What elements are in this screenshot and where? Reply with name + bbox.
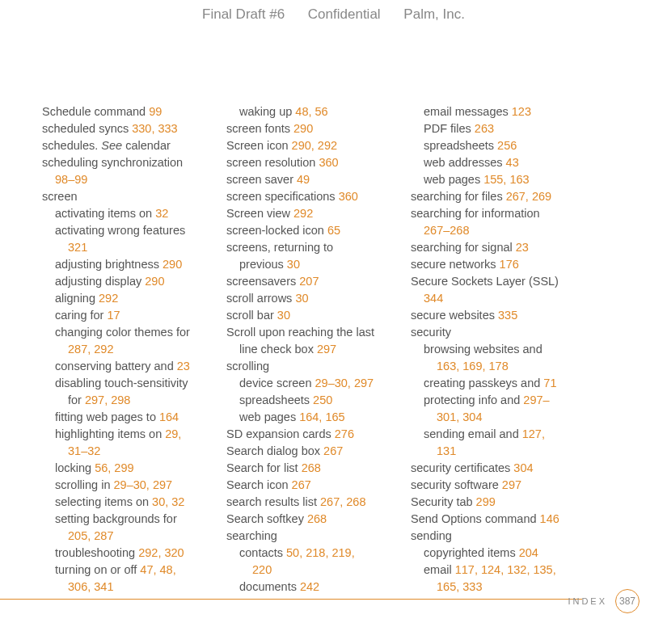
index-term: scroll arrows xyxy=(226,292,295,305)
index-entry: 321 xyxy=(42,239,226,256)
index-entry: scrolling in 29–30, 297 xyxy=(42,477,226,494)
index-entry: device screen 29–30, 297 xyxy=(226,375,411,392)
index-entry: searching for files 267, 269 xyxy=(411,188,595,205)
index-term: PDF files xyxy=(424,122,475,135)
index-term: security software xyxy=(411,478,502,491)
header-company: Palm, Inc. xyxy=(403,6,465,22)
index-term: Secure Sockets Layer (SSL) xyxy=(411,275,559,288)
index-term: SD expansion cards xyxy=(226,427,335,440)
index-term: screen-locked icon xyxy=(226,224,327,237)
index-entry: web addresses 43 xyxy=(411,154,595,171)
index-term: screensavers xyxy=(226,275,299,288)
index-entry: screen resolution 360 xyxy=(226,154,411,171)
footer-rule xyxy=(0,599,582,600)
page-number: 387 xyxy=(615,589,640,613)
page-reference: 98–99 xyxy=(55,173,87,186)
index-term: fitting web pages to xyxy=(55,410,159,423)
index-term: calendar xyxy=(125,139,171,152)
index-term: locking xyxy=(55,461,95,474)
page-reference: 360 xyxy=(339,190,358,203)
index-term: aligning xyxy=(55,292,99,305)
index-entry: 163, 169, 178 xyxy=(411,358,595,375)
page-reference: 256 xyxy=(497,139,517,152)
index-entry: activating items on 32 xyxy=(42,205,226,222)
page-reference: 146 xyxy=(540,512,559,525)
index-term: screen fonts xyxy=(226,122,293,135)
index-entry: screen xyxy=(42,188,226,205)
index-entry: SD expansion cards 276 xyxy=(226,426,411,443)
page-reference: 250 xyxy=(313,394,332,406)
page-reference: 276 xyxy=(335,427,354,440)
index-entry: web pages 164, 165 xyxy=(226,409,411,426)
index-term: scrolling in xyxy=(55,478,114,491)
index-term: scroll bar xyxy=(226,309,277,322)
index-entry: secure networks 176 xyxy=(411,256,595,273)
index-term: web pages xyxy=(239,410,299,423)
page-reference: 117, 124, 132, 135, xyxy=(455,563,556,576)
index-term: browsing websites and xyxy=(424,343,542,356)
page-reference: 287, 292 xyxy=(68,343,113,356)
page-reference: 360 xyxy=(319,156,338,169)
index-entry: screen specifications 360 xyxy=(226,188,411,205)
page-reference: 71 xyxy=(543,377,556,389)
index-entry: 131 xyxy=(411,443,595,460)
index-entry: for 297, 298 xyxy=(42,392,226,409)
index-term: security certificates xyxy=(411,461,513,474)
index-term: Search icon xyxy=(226,478,292,491)
index-term: highlighting items on xyxy=(55,427,165,440)
index-term: caring for xyxy=(55,309,107,322)
page-reference: 292 xyxy=(293,207,313,220)
index-entry: screen-locked icon 65 xyxy=(226,222,411,239)
index-entry: changing color themes for xyxy=(42,324,226,341)
index-term: screen specifications xyxy=(226,190,339,203)
index-entry: adjusting display 290 xyxy=(42,273,226,290)
page-reference: 123 xyxy=(512,105,531,118)
page-reference: 297 xyxy=(317,343,336,356)
page-reference: 29, xyxy=(165,427,181,440)
index-term: secure networks xyxy=(411,258,500,271)
page-reference: 47, 48, xyxy=(140,563,175,576)
page-reference: 297 xyxy=(502,478,521,491)
index-entry: 301, 304 xyxy=(411,409,595,426)
page-reference: 301, 304 xyxy=(437,410,482,423)
page-reference: 321 xyxy=(68,241,87,254)
page-reference: 290, 292 xyxy=(292,139,337,152)
index-term: scheduled syncs xyxy=(42,122,132,135)
index-entry: setting backgrounds for xyxy=(42,511,226,528)
index-entry: scheduled syncs 330, 333 xyxy=(42,120,226,137)
page-reference: 127, xyxy=(522,427,545,440)
index-term: spreadsheets xyxy=(424,139,497,152)
page-reference: 23 xyxy=(516,241,529,254)
index-term: spreadsheets xyxy=(239,394,313,406)
index-entry: searching xyxy=(226,528,411,545)
page-reference: 17 xyxy=(107,309,120,322)
index-entry: 205, 287 xyxy=(42,528,226,545)
page-reference: 155, 163 xyxy=(483,173,529,186)
page-reference: 29–30, 297 xyxy=(114,478,173,491)
index-entry: screen saver 49 xyxy=(226,171,411,188)
page-reference: 268 xyxy=(302,461,321,474)
index-term: setting backgrounds for xyxy=(55,512,177,525)
page-reference: 299 xyxy=(476,495,496,508)
index-entry: scrolling xyxy=(226,358,411,375)
index-entry: security software 297 xyxy=(411,477,595,494)
page-reference: 304 xyxy=(513,461,533,474)
index-term: turning on or off xyxy=(55,563,140,576)
index-entry: Search for list 268 xyxy=(226,460,411,477)
index-entry: email 117, 124, 132, 135, xyxy=(411,562,595,579)
index-term: activating items on xyxy=(55,207,155,220)
index-entry: 220 xyxy=(226,562,411,579)
index-term: waking up xyxy=(239,105,295,118)
page-reference: 50, 218, 219, xyxy=(286,546,355,559)
index-term: creating passkeys and xyxy=(424,377,543,389)
index-column: email messages 123PDF files 263spreadshe… xyxy=(411,103,595,596)
index-entry: sending xyxy=(411,528,595,545)
index-term: screen xyxy=(42,190,78,203)
page-reference: 23 xyxy=(177,360,190,373)
index-term: web addresses xyxy=(424,156,506,169)
index-term: Search for list xyxy=(226,461,302,474)
page-reference: 56, 299 xyxy=(95,461,133,474)
index-entry: aligning 292 xyxy=(42,290,226,307)
index-entry: caring for 17 xyxy=(42,307,226,324)
page-reference: 335 xyxy=(498,309,517,322)
